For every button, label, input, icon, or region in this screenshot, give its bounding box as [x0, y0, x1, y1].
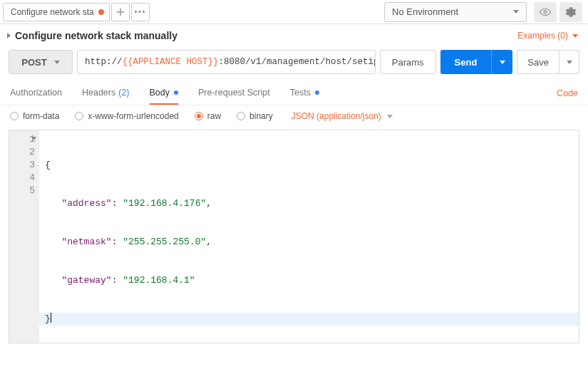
caret-right-icon: [7, 33, 11, 38]
code-link[interactable]: Code: [557, 88, 578, 98]
fold-icon[interactable]: [32, 137, 36, 140]
tab-body[interactable]: Body: [150, 81, 179, 105]
chevron-down-icon: [500, 61, 505, 64]
method-select[interactable]: POST: [9, 50, 73, 74]
chevron-down-icon: [567, 61, 572, 64]
body-editor[interactable]: 1 2 3 4 5 { "address": "192.168.4.176", …: [9, 130, 579, 343]
request-title: Configure network stack manually: [15, 30, 177, 41]
chevron-down-icon: [387, 115, 393, 118]
tab-options-button[interactable]: •••: [131, 3, 150, 21]
examples-dropdown[interactable]: Examples (0): [517, 31, 578, 41]
new-tab-button[interactable]: [111, 3, 130, 21]
content-type-select[interactable]: JSON (application/json): [292, 111, 393, 121]
tab-authorization[interactable]: Authorization: [10, 81, 62, 105]
save-options-button[interactable]: [559, 50, 579, 74]
send-button[interactable]: Send: [440, 50, 492, 74]
radio-binary[interactable]: binary: [237, 111, 273, 121]
environment-select[interactable]: No Environment: [384, 2, 527, 22]
chevron-down-icon: [572, 34, 578, 38]
code-area[interactable]: { "address": "192.168.4.176", "netmask":…: [39, 130, 579, 343]
settings-button[interactable]: [559, 2, 582, 22]
request-title-toggle[interactable]: Configure network stack manually: [7, 30, 177, 41]
radio-form-data[interactable]: form-data: [10, 111, 59, 121]
modified-indicator-icon: [174, 90, 178, 95]
tab-tests[interactable]: Tests: [290, 81, 319, 105]
environment-label: No Environment: [392, 6, 458, 17]
environment-quicklook-button[interactable]: [534, 2, 557, 22]
unsaved-indicator-icon: [98, 9, 104, 15]
tab-title: Configure network sta: [11, 7, 94, 17]
save-button[interactable]: Save: [517, 50, 559, 74]
svg-point-0: [544, 11, 547, 14]
request-bar: POST http://{{APPLIANCE HOST}}:8080/v1/m…: [0, 46, 588, 81]
ellipsis-icon: •••: [135, 8, 147, 16]
request-tab[interactable]: Configure network sta: [3, 3, 110, 21]
modified-indicator-icon: [315, 90, 319, 95]
params-button[interactable]: Params: [380, 50, 436, 74]
request-header: Configure network stack manually Example…: [0, 24, 588, 46]
chevron-down-icon: [513, 10, 519, 14]
tab-headers[interactable]: Headers (2): [82, 81, 130, 105]
tab-prerequest[interactable]: Pre-request Script: [198, 81, 270, 105]
chevron-down-icon: [54, 61, 60, 64]
line-gutter: 1 2 3 4 5: [9, 130, 39, 343]
eye-icon: [539, 6, 552, 19]
radio-raw[interactable]: raw: [195, 111, 221, 121]
method-label: POST: [21, 57, 46, 68]
body-type-options: form-data x-www-form-urlencoded raw bina…: [0, 105, 588, 127]
top-bar: Configure network sta ••• No Environment: [0, 0, 588, 24]
send-options-button[interactable]: [491, 50, 512, 74]
request-tabs: Authorization Headers (2) Body Pre-reque…: [0, 81, 588, 105]
plus-icon: [116, 8, 125, 16]
text-cursor-icon: [51, 313, 51, 323]
url-variable: {{APPLIANCE HOST}}: [123, 57, 219, 67]
gear-icon: [565, 6, 577, 18]
url-input[interactable]: http://{{APPLIANCE HOST}}:8080/v1/manage…: [77, 50, 376, 74]
radio-urlencoded[interactable]: x-www-form-urlencoded: [75, 111, 178, 121]
